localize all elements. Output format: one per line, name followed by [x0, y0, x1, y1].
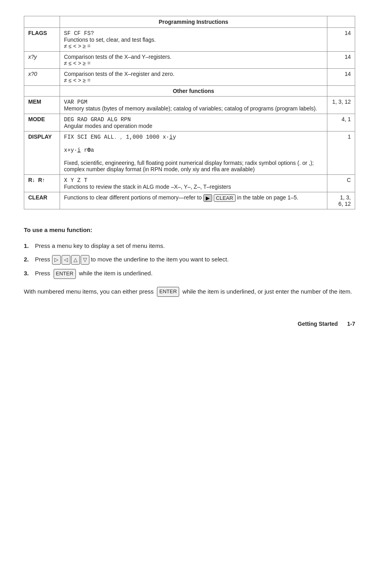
- page-r: C: [327, 175, 355, 192]
- step-3-rest: while the item is underlined.: [79, 270, 153, 277]
- list-item: 2. Press ▷ ◁ △ ▽ to move the underline t…: [24, 255, 355, 265]
- header-key-cell: [24, 16, 60, 28]
- table-row: R↓ R↑ X Y Z T Functions to review the st…: [24, 175, 355, 192]
- page-display: 1: [327, 132, 355, 175]
- instr-flags: SF CF FS?: [64, 30, 94, 37]
- step-3-press: Press: [35, 270, 50, 277]
- other-header-page: [327, 86, 355, 97]
- row-key-xq0: x?0: [24, 69, 60, 86]
- desc-xqy: Comparison tests of the X–and Y–register…: [64, 54, 172, 60]
- arrow-up-key[interactable]: △: [71, 255, 80, 265]
- arrow-down-key[interactable]: ▽: [81, 255, 89, 265]
- other-functions-header-row: Other functions: [24, 86, 355, 97]
- footer-label: Getting Started: [298, 321, 338, 327]
- step-1-num: 1.: [24, 241, 35, 251]
- row-desc-xqy: Comparison tests of the X–and Y–register…: [60, 52, 327, 69]
- desc-r: Functions to review the stack in ALG mod…: [64, 184, 231, 190]
- page-xqy: 14: [327, 52, 355, 69]
- body-content: To use a menu function: 1. Press a menu …: [24, 225, 355, 297]
- instr-display-2: x+y·i rΘa: [64, 147, 94, 153]
- page-mem: 1, 3, 12: [327, 97, 355, 114]
- page-mode: 4, 1: [327, 114, 355, 132]
- page-clear: 1, 3, 6, 12: [327, 192, 355, 209]
- other-header-key: [24, 86, 60, 97]
- table-row: MEM VAR PGM Memory status (bytes of memo…: [24, 97, 355, 114]
- list-item: 3. Press ENTER while the item is underli…: [24, 269, 355, 279]
- row-desc-mode: DEG RAD GRAD ALG RPN Angular modes and o…: [60, 114, 327, 132]
- ops-xq0: ≠ ≤ < > ≥ =: [64, 77, 91, 83]
- enter-key-para[interactable]: ENTER: [157, 287, 179, 297]
- row-desc-flags: SF CF FS? Functions to set, clear, and t…: [60, 28, 327, 52]
- menu-heading: To use a menu function:: [24, 225, 355, 235]
- other-header-title: Other functions: [60, 86, 327, 97]
- instr-r: X Y Z T: [64, 177, 87, 184]
- row-key-xqy: x?y: [24, 52, 60, 69]
- instr-mem: VAR PGM: [64, 99, 87, 105]
- page-clear-1: 1, 3,: [340, 194, 351, 201]
- table-title: Programming Instructions: [159, 19, 228, 25]
- table-row: DISPLAY FIX SCI ENG ALL. , 1,000 1000 x·…: [24, 132, 355, 175]
- table-row: x?0 Comparison tests of the X–register a…: [24, 69, 355, 86]
- step-2-rest: to move the underline to the item you wa…: [91, 256, 229, 263]
- row-key-r: R↓ R↑: [24, 175, 60, 192]
- header-page-cell: [327, 16, 355, 28]
- row-key-mode: MODE: [24, 114, 60, 132]
- desc-xq0: Comparison tests of the X–register and z…: [64, 71, 174, 77]
- other-functions-title: Other functions: [173, 88, 214, 94]
- row-desc-display: FIX SCI ENG ALL. , 1,000 1000 x·iy x+y·i…: [60, 132, 327, 175]
- arrow-right-key[interactable]: ▷: [52, 255, 61, 265]
- step-3-num: 3.: [24, 269, 35, 278]
- page-footer: Getting Started 1-7: [24, 321, 355, 327]
- table-row: CLEAR Functions to clear different porti…: [24, 192, 355, 209]
- ops-flags: ≠ ≤ < > ≥ =: [64, 43, 91, 49]
- row-desc-xq0: Comparison tests of the X–register and z…: [60, 69, 327, 86]
- row-desc-clear: Functions to clear different portions of…: [60, 192, 327, 209]
- ops-xqy: ≠ ≤ < > ≥ =: [64, 60, 91, 66]
- programming-instructions-table: Programming Instructions FLAGS SF CF FS?…: [24, 16, 355, 209]
- header-title-cell: Programming Instructions: [60, 16, 327, 28]
- enter-key-step3[interactable]: ENTER: [54, 269, 76, 279]
- table-row: MODE DEG RAD GRAD ALG RPN Angular modes …: [24, 114, 355, 132]
- para-text-2: while the item is underlined, or just en…: [182, 288, 352, 295]
- step-2-press: Press: [35, 256, 50, 263]
- instr-mode: DEG RAD GRAD ALG RPN: [64, 116, 131, 123]
- step-2-num: 2.: [24, 255, 35, 264]
- row-desc-mem: VAR PGM Memory status (bytes of memory a…: [60, 97, 327, 114]
- arrow-keys-group: ▷ ◁ △ ▽: [52, 255, 89, 265]
- row-key-clear: CLEAR: [24, 192, 60, 209]
- row-key-mem: MEM: [24, 97, 60, 114]
- numbered-items-para: With numbered menu items, you can either…: [24, 287, 355, 297]
- step-2-text: Press ▷ ◁ △ ▽ to move the underline to t…: [35, 255, 355, 265]
- row-desc-r: X Y Z T Functions to review the stack in…: [60, 175, 327, 192]
- menu-heading-section: To use a menu function:: [24, 225, 355, 235]
- list-item: 1. Press a menu key to display a set of …: [24, 241, 355, 251]
- step-3-text: Press ENTER while the item is underlined…: [35, 269, 355, 279]
- table-row: x?y Comparison tests of the X–and Y–regi…: [24, 52, 355, 69]
- shift-key-clear: ▶: [203, 194, 212, 202]
- desc-clear-2: in the table on page 1–5.: [236, 194, 298, 201]
- desc-mem: Memory status (bytes of memory available…: [64, 105, 317, 112]
- arrow-left-key[interactable]: ◁: [62, 255, 70, 265]
- desc-mode: Angular modes and operation mode: [64, 123, 153, 129]
- table-header-row: Programming Instructions: [24, 16, 355, 28]
- step-1-text: Press a menu key to display a set of men…: [35, 241, 355, 251]
- page-xq0: 14: [327, 69, 355, 86]
- para-text-1: With numbered menu items, you can either…: [24, 288, 154, 295]
- steps-list: 1. Press a menu key to display a set of …: [24, 241, 355, 279]
- desc-clear-1: Functions to clear different portions of…: [64, 194, 203, 201]
- row-key-flags: FLAGS: [24, 28, 60, 52]
- desc-flags: Functions to set, clear, and test flags.: [64, 37, 156, 43]
- page-clear-2: 6, 12: [338, 201, 351, 207]
- instr-display-1: FIX SCI ENG ALL. , 1,000 1000 x·iy: [64, 134, 176, 140]
- footer-page: 1-7: [347, 321, 355, 327]
- desc-display: Fixed, scientific, engineering, full flo…: [64, 160, 314, 172]
- clear-key: CLEAR: [214, 194, 236, 202]
- page-flags: 14: [327, 28, 355, 52]
- row-key-display: DISPLAY: [24, 132, 60, 175]
- table-row: FLAGS SF CF FS? Functions to set, clear,…: [24, 28, 355, 52]
